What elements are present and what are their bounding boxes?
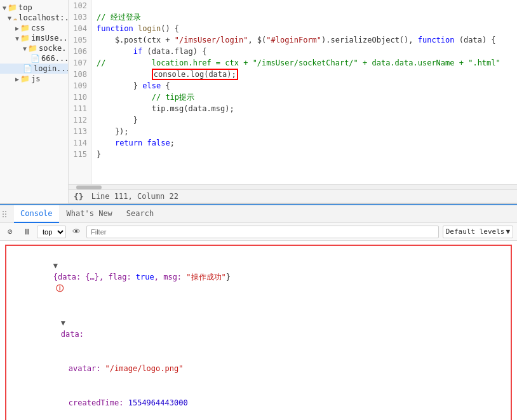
horizontal-scrollbar[interactable] bbox=[69, 184, 517, 189]
code-line-115: } bbox=[97, 149, 517, 160]
filter-input[interactable] bbox=[86, 226, 439, 238]
obj-createdtime: createdTime: 1554964443000 bbox=[17, 386, 506, 420]
obj-data-section[interactable]: ▼ data: bbox=[17, 306, 506, 351]
code-line-109: } else { bbox=[97, 80, 517, 91]
obj-summary-line[interactable]: ▼ {data: {…}, flag: true, msg: "操作成功"} ⓘ bbox=[17, 248, 506, 306]
code-line-106: if (data.flag) { bbox=[97, 46, 517, 57]
status-bar: {} Line 111, Column 22 bbox=[69, 189, 517, 203]
console-output[interactable]: ▼ {data: {…}, flag: true, msg: "操作成功"} ⓘ… bbox=[0, 241, 517, 420]
code-line-103: // 经过登录 bbox=[97, 11, 517, 23]
tree-item-imsuser[interactable]: ▼ 📁 imsUse... bbox=[0, 33, 68, 43]
code-content[interactable]: // 经过登录 function login() { $.post(ctx + … bbox=[91, 0, 517, 184]
context-select[interactable]: top bbox=[37, 226, 66, 238]
chevron-down-icon: ▼ bbox=[506, 227, 510, 236]
default-levels-dropdown[interactable]: Default levels ▼ bbox=[443, 226, 513, 238]
eye-icon[interactable]: 👁 bbox=[70, 226, 83, 238]
code-line-107: // location.href = ctx + "/imsUser/socke… bbox=[97, 57, 517, 69]
file-tree: ▼ 📁 top ▼ ☁ localhost:... ▶ 📁 css ▼ 📁 im… bbox=[0, 0, 69, 203]
code-line-102 bbox=[97, 0, 517, 11]
tab-console[interactable]: Console bbox=[14, 205, 59, 223]
code-line-111: tip.msg(data.msg); bbox=[97, 103, 517, 114]
tree-item-js[interactable]: ▶ 📁 js bbox=[0, 74, 68, 84]
tree-item-top[interactable]: ▼ 📁 top bbox=[0, 3, 68, 13]
error-icon: ⓘ bbox=[56, 284, 64, 293]
code-line-105: $.post(ctx + "/imsUser/login", $("#login… bbox=[97, 34, 517, 46]
code-line-108: console.log(data); bbox=[97, 69, 517, 80]
scrollbar-thumb[interactable] bbox=[76, 186, 102, 189]
status-position: Line 111, Column 22 bbox=[91, 192, 178, 201]
code-line-114: return false; bbox=[97, 137, 517, 149]
tab-search[interactable]: Search bbox=[120, 205, 160, 223]
console-object-tree: ▼ {data: {…}, flag: true, msg: "操作成功"} ⓘ… bbox=[5, 245, 512, 420]
tab-whats-new[interactable]: What's New bbox=[60, 205, 119, 223]
tree-item-css[interactable]: ▶ 📁 css bbox=[0, 23, 68, 33]
clear-console-button[interactable]: ⊘ bbox=[4, 226, 17, 238]
line-numbers: 102 103 104 105 106 107 108 109 110 111 … bbox=[69, 0, 91, 184]
status-braces-icon: {} bbox=[74, 192, 84, 201]
editor-area: ▼ 📁 top ▼ ☁ localhost:... ▶ 📁 css ▼ 📁 im… bbox=[0, 0, 517, 204]
tree-item-socket[interactable]: ▼ 📁 socke... bbox=[0, 43, 68, 53]
code-line-113: }); bbox=[97, 126, 517, 137]
tree-item-login[interactable]: 📄 login... bbox=[0, 64, 68, 74]
drag-handle[interactable] bbox=[3, 207, 10, 222]
code-line-110: // tip提示 bbox=[97, 91, 517, 103]
expand-icon[interactable]: ▼ bbox=[53, 261, 58, 270]
pause-button[interactable]: ⏸ bbox=[20, 226, 33, 238]
obj-avatar: avatar: "/image/logo.png" bbox=[17, 351, 506, 386]
tree-item-666[interactable]: 📄 666... bbox=[0, 53, 68, 64]
devtools-panel: Console What's New Search ⊘ ⏸ top 👁 Defa… bbox=[0, 204, 517, 420]
data-expand-icon[interactable]: ▼ bbox=[61, 318, 65, 327]
code-line-112: } bbox=[97, 114, 517, 126]
tree-item-localhost[interactable]: ▼ ☁ localhost:... bbox=[0, 13, 68, 23]
console-toolbar: ⊘ ⏸ top 👁 Default levels ▼ bbox=[0, 223, 517, 241]
code-line-104: function login() { bbox=[97, 23, 517, 34]
code-editor: 102 103 104 105 106 107 108 109 110 111 … bbox=[69, 0, 517, 203]
devtools-tabs-bar: Console What's New Search bbox=[0, 205, 517, 223]
